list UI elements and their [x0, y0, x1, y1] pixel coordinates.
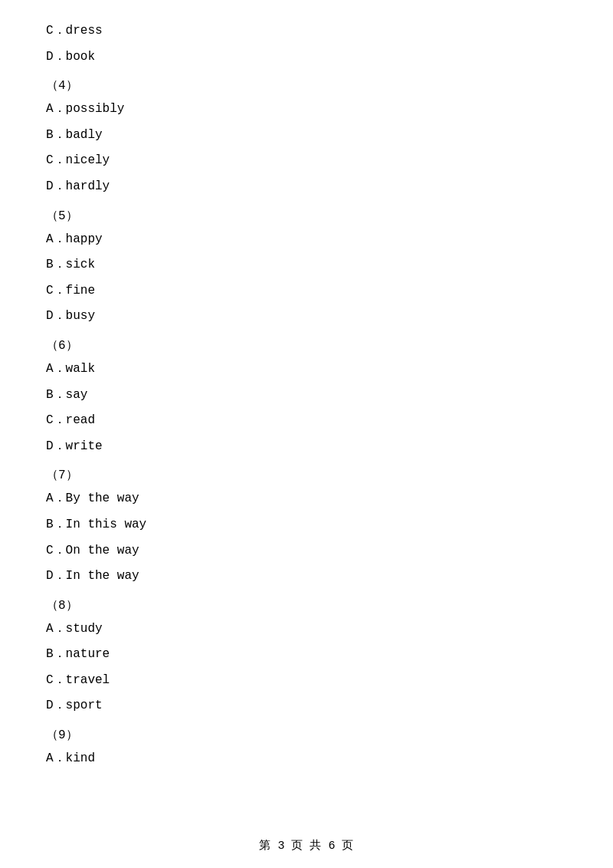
- question-number: （5）: [46, 208, 567, 224]
- option-item: C．fine: [46, 281, 567, 301]
- option-item: D．busy: [46, 307, 567, 327]
- option-item: A．walk: [46, 360, 567, 380]
- option-item: D．book: [46, 48, 567, 67]
- option-item: D．hardly: [46, 177, 567, 197]
- page-footer: 第 3 页 共 6 页: [0, 838, 613, 853]
- option-item: B．sick: [46, 255, 567, 275]
- option-item: A．study: [46, 620, 567, 639]
- option-item: B．say: [46, 386, 567, 406]
- option-item: A．kind: [46, 749, 567, 769]
- option-item: A．By the way: [46, 489, 567, 509]
- option-item: D．write: [46, 437, 567, 457]
- option-item: C．nicely: [46, 151, 567, 171]
- option-item: A．possibly: [46, 100, 567, 120]
- question-number: （7）: [46, 467, 567, 483]
- option-item: C．travel: [46, 671, 567, 691]
- question-number: （8）: [46, 597, 567, 613]
- option-item: D．sport: [46, 696, 567, 716]
- option-item: B．nature: [46, 645, 567, 665]
- question-number: （9）: [46, 727, 567, 743]
- question-number: （4）: [46, 77, 567, 94]
- option-item: D．In the way: [46, 567, 567, 587]
- option-item: C．On the way: [46, 541, 567, 561]
- option-item: C．dress: [46, 21, 567, 41]
- page-content: C．dressD．book（4）A．possiblyB．badlyC．nicel…: [0, 0, 613, 821]
- option-item: B．In this way: [46, 515, 567, 535]
- option-item: A．happy: [46, 230, 567, 250]
- option-item: C．read: [46, 411, 567, 431]
- question-number: （6）: [46, 337, 567, 353]
- option-item: B．badly: [46, 126, 567, 146]
